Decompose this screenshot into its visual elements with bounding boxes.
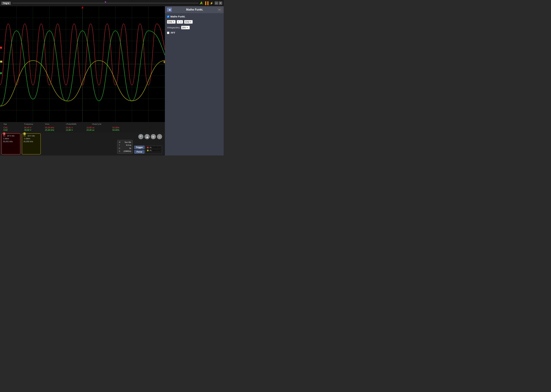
ch1-freq: 50,00 kHz: [45, 126, 54, 129]
ch1-dropdown[interactable]: CH1 ▼: [167, 20, 176, 24]
ch1-info: AC 20 V /div 1.0divs 50,001 kHz: [3, 134, 19, 143]
ch1-trig-val: 0,000 mV: [152, 146, 161, 149]
lightning-icon: ⚡: [210, 1, 213, 5]
math-func-checkbox-label[interactable]: Mathe Funkt.: [170, 15, 185, 18]
ch2-dropdown-arrow: ▼: [190, 21, 191, 23]
back-button[interactable]: ◀: [167, 7, 172, 12]
ch1-dropdown-arrow: ▼: [173, 21, 174, 23]
main-area: 1 M 2 Vpp Frequency Vrms +PulseWidth +Du…: [0, 6, 224, 155]
waveform-display: 1 M 2: [0, 6, 165, 122]
export-button[interactable]: ⊞: [151, 134, 156, 139]
force-button[interactable]: Force: [134, 150, 145, 154]
ch1-pulse: 10,00 us: [86, 126, 94, 129]
svg-marker-20: [81, 6, 84, 8]
trigger-force-area: Trigger Force 0,000 mV: [134, 146, 162, 154]
panel-header: ◀ Mathe Funkt. —: [165, 6, 224, 13]
save-button[interactable]: 💾: [144, 134, 150, 139]
scope-area: 1 M 2 Vpp Frequency Vrms +PulseWidth +Du…: [0, 6, 165, 155]
time-panel: M 5us /div T 0.0 ns D 1k S: [117, 140, 133, 154]
ch2-trig-val: 400,0 mV: [152, 149, 161, 152]
vrms-header: Vrms: [45, 123, 49, 125]
close-window-button[interactable]: ✕: [219, 1, 222, 5]
ch2-vrms: 13,96 V: [66, 129, 73, 131]
trig-arrow-icon: [149, 147, 152, 148]
trig-badge: Trig'd: [1, 1, 11, 5]
zoom-button[interactable]: 🔍: [138, 134, 143, 139]
pause-icon[interactable]: ▐▐: [204, 1, 208, 5]
right-scroll-arrow[interactable]: [163, 61, 165, 63]
waveform-svg: [0, 6, 165, 122]
trigger-marker: [105, 1, 106, 3]
fft-checkbox-row: FFT: [167, 31, 222, 34]
panel-title: Mathe Funkt.: [173, 8, 216, 11]
ch2-status-box[interactable]: 2 AC 10 V /div -1.0divs 25,000 kHz: [22, 133, 41, 154]
ch2-info: AC 10 V /div -1.0divs 25,000 kHz: [23, 134, 39, 143]
window-controls: — ✕: [215, 1, 222, 5]
ch2-pulse: 20,00 us: [86, 129, 94, 131]
vpp-header: Vpp: [3, 123, 7, 125]
math-operands-row: CH1 ▼ + ▼ CH2 ▼: [167, 20, 222, 24]
ch2-label-meas: CH2: [3, 129, 7, 131]
math-func-checkbox[interactable]: [167, 15, 169, 18]
bottom-status-bar: 1 AC 20 V /div 1.0divs 50,001 kHz 2 AC: [0, 132, 165, 155]
ch1-vpp: 98,40 V: [24, 126, 31, 129]
ch1-vrms: 34,91 V: [66, 126, 73, 129]
minimize-window-button[interactable]: —: [215, 1, 218, 5]
panel-minimize-button[interactable]: —: [217, 8, 222, 11]
voltage-label: Voltage(/div):: [167, 26, 180, 29]
logo-a: A: [200, 1, 203, 5]
home-button[interactable]: ⌂: [157, 134, 162, 139]
ch2-dropdown[interactable]: CH2 ▼: [184, 20, 193, 24]
fft-checkbox[interactable]: [167, 32, 169, 34]
fft-label[interactable]: FFT: [171, 31, 175, 34]
ch1-level-marker: 1: [0, 47, 2, 49]
ch2-number: 2: [23, 132, 26, 135]
voltage-row: Voltage(/div): 20V ▼: [167, 26, 222, 29]
icon-toolbar: 🔍 💾 ⊞ ⌂: [138, 134, 162, 139]
measurements-panel: CH1 98,40 V 50,00 kHz 34,91 V 10,00 us 5…: [0, 126, 165, 132]
panel-body: Mathe Funkt. CH1 ▼ + ▼ CH2 ▼ Volta: [165, 13, 224, 155]
ch1-label-meas: CH1: [3, 126, 7, 129]
measurements-header: Vpp Frequency Vrms +PulseWidth +DutyCycl…: [0, 122, 165, 126]
ch2-vpp: 39,60 V: [24, 129, 31, 131]
voltage-dropdown-arrow: ▼: [186, 27, 188, 28]
operator-dropdown[interactable]: + ▼: [177, 20, 183, 24]
math-func-checkbox-row: Mathe Funkt.: [167, 15, 222, 18]
top-bar: Trig'd A ▐▐ ⚡ — ✕: [0, 0, 224, 6]
ch2-freq: 25,00 kHz: [45, 129, 54, 131]
trigger-button[interactable]: Trigger: [134, 146, 145, 149]
ch2-duty: 50,00%: [112, 129, 120, 131]
freq-header: Frequency: [24, 123, 33, 125]
duty-header: +DutyCycle: [92, 123, 101, 125]
bottom-right-controls: 🔍 💾 ⊞ ⌂ M 5us /div T 0.0 ns: [116, 133, 163, 154]
voltage-dropdown[interactable]: 20V ▼: [181, 26, 190, 29]
ch1-status-box[interactable]: 1 AC 20 V /div 1.0divs 50,001 kHz: [1, 133, 20, 154]
ch2-trig-dot: [147, 150, 149, 151]
ch2-level-marker: 2: [0, 72, 2, 74]
right-panel: ◀ Mathe Funkt. — Mathe Funkt. CH1 ▼ + ▼: [165, 6, 224, 155]
op-dropdown-arrow: ▼: [180, 21, 182, 23]
trig-arrow2-icon: [149, 150, 152, 151]
pulse-header: +PulseWidth: [66, 123, 76, 125]
chm-level-marker: M: [0, 61, 2, 63]
trigger-readings: 0,000 mV 400,0 mV: [145, 146, 162, 154]
ch1-number: 1: [3, 132, 6, 135]
trigger-progress-bar: [12, 3, 198, 4]
ch1-trig-dot: [147, 147, 149, 148]
ch1-duty: 50,00%: [112, 126, 120, 129]
